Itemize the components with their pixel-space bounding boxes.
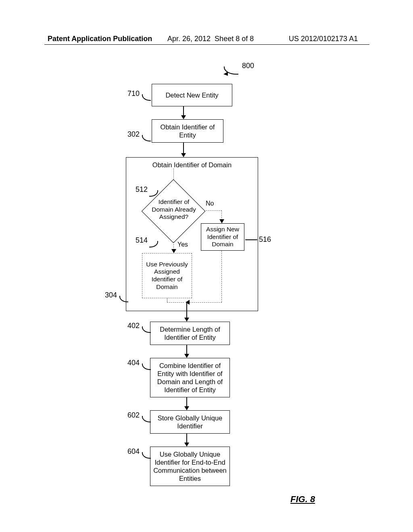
step-604-use-guid: Use Globally Unique Identifier for End-t… [150, 447, 230, 486]
step-516-assign-new-domain-id: Assign New Identifier of Domain [201, 223, 244, 251]
figure-ref-arrow [223, 72, 228, 76]
branch-yes-head [171, 249, 176, 253]
arrow-302-to-304-line [183, 143, 184, 154]
branch-no-return-v [221, 251, 222, 302]
step-514-use-previous-domain-id: Use Previously Assigned Identifier of Do… [142, 253, 192, 298]
decision-512-text: Identifier of Domain Already Assigned? [146, 198, 201, 221]
ref-514: 514 [136, 236, 148, 245]
ref-304-curl [119, 296, 128, 302]
ref-402: 402 [127, 322, 140, 330]
step-514-text: Use Previously Assigned Identifier of Do… [144, 261, 190, 291]
branch-no-vline [221, 210, 222, 220]
step-304-title: Obtain Identifier of Domain [129, 161, 255, 169]
arrow-404-to-602-head [184, 406, 189, 410]
ref-602: 602 [127, 411, 140, 420]
ref-516: 516 [259, 235, 271, 244]
step-710-detect-new-entity: Detect New Entity [152, 84, 232, 106]
arrow-402-to-404-line [186, 345, 187, 355]
ref-710-curl [142, 94, 151, 101]
branch-no-hline [204, 210, 222, 211]
branch-yes-return-v [167, 298, 167, 302]
arrow-304-to-402-head [184, 318, 189, 322]
step-302-obtain-entity-id: Obtain Identifier of Entity [152, 119, 223, 143]
ref-604-curl [142, 452, 151, 459]
step-402-determine-length: Determine Length of Identifier of Entity [150, 322, 230, 345]
figure-ref-800: 800 [242, 62, 254, 70]
arrow-402-to-404-head [184, 354, 189, 358]
branch-yes-vline [173, 242, 174, 250]
label-yes: Yes [177, 241, 188, 248]
arrow-602-to-604-head [184, 443, 189, 447]
pub-label: Patent Application Publication [48, 35, 152, 43]
ref-302: 302 [127, 130, 140, 139]
ref-602-curl [142, 416, 151, 422]
branch-no-return-h [190, 302, 222, 303]
ref-516-leader [245, 239, 257, 240]
header-rule [44, 44, 369, 45]
arrow-602-to-604-line [186, 434, 187, 443]
step-602-store-guid: Store Globally Unique Identifier [150, 410, 230, 434]
pub-number: US 2012/0102173 A1 [289, 35, 358, 43]
label-no: No [206, 200, 214, 207]
ref-604: 604 [127, 447, 140, 456]
ref-512: 512 [136, 185, 148, 194]
branch-yes-return-h [167, 302, 184, 303]
arrow-710-to-302-head [181, 115, 186, 119]
arrow-404-to-602-line [186, 397, 187, 407]
step-404-combine-identifiers: Combine Identifier of Entity with Identi… [150, 358, 230, 397]
branch-no-head [219, 219, 224, 223]
arrow-304-to-402-line [186, 302, 187, 318]
ref-710: 710 [127, 89, 140, 98]
ref-402-curl [142, 326, 151, 333]
ref-304: 304 [105, 291, 117, 299]
figure-label: FIG. 8 [290, 494, 315, 505]
ref-404-curl [142, 364, 151, 370]
arrow-302-to-304-head [181, 153, 186, 157]
pub-date-sheet: Apr. 26, 2012 Sheet 8 of 8 [167, 35, 254, 43]
ref-302-curl [142, 135, 151, 141]
arrow-710-to-302-line [183, 106, 184, 116]
ref-404: 404 [127, 359, 140, 367]
